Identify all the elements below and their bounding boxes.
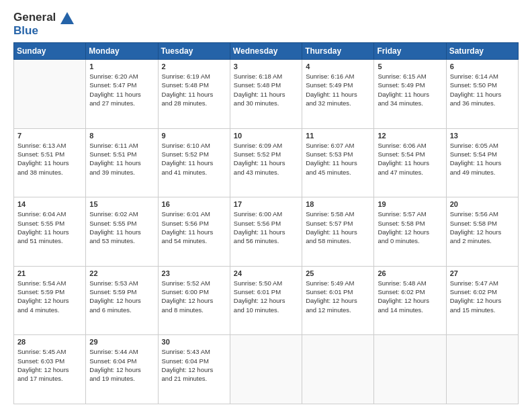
day-number: 7 [17, 132, 82, 140]
day-info: Sunrise: 5:45 AM Sunset: 6:03 PM Dayligh… [17, 347, 82, 383]
day-number: 18 [306, 200, 370, 208]
calendar-cell: 10Sunrise: 6:09 AM Sunset: 5:52 PM Dayli… [230, 128, 302, 197]
svg-marker-0 [60, 12, 74, 24]
calendar-cell: 26Sunrise: 5:48 AM Sunset: 6:02 PM Dayli… [374, 266, 446, 335]
day-number: 29 [89, 338, 154, 346]
calendar-cell: 27Sunrise: 5:47 AM Sunset: 6:02 PM Dayli… [446, 266, 518, 335]
day-number: 16 [162, 200, 226, 208]
day-number: 20 [450, 200, 515, 208]
day-number: 28 [17, 338, 82, 346]
calendar-cell: 9Sunrise: 6:10 AM Sunset: 5:52 PM Daylig… [158, 128, 230, 197]
day-info: Sunrise: 5:52 AM Sunset: 6:00 PM Dayligh… [162, 279, 226, 314]
logo-text: General [13, 11, 74, 24]
day-info: Sunrise: 6:04 AM Sunset: 5:55 PM Dayligh… [17, 210, 82, 245]
calendar-cell: 11Sunrise: 6:07 AM Sunset: 5:53 PM Dayli… [302, 128, 374, 197]
day-info: Sunrise: 6:09 AM Sunset: 5:52 PM Dayligh… [234, 141, 298, 177]
day-header-monday: Monday [86, 43, 158, 60]
day-info: Sunrise: 5:54 AM Sunset: 5:59 PM Dayligh… [17, 279, 82, 314]
day-info: Sunrise: 6:15 AM Sunset: 5:49 PM Dayligh… [378, 72, 442, 107]
calendar-cell: 24Sunrise: 5:50 AM Sunset: 6:01 PM Dayli… [230, 266, 302, 335]
day-number: 5 [378, 62, 442, 71]
calendar-cell: 7Sunrise: 6:13 AM Sunset: 5:51 PM Daylig… [14, 128, 86, 197]
day-number: 22 [89, 269, 154, 277]
calendar-cell [446, 335, 518, 404]
logo: General Blue [13, 11, 74, 37]
page: General Blue SundayMondayTuesdayWednesda… [0, 0, 532, 411]
day-header-saturday: Saturday [446, 43, 518, 60]
day-info: Sunrise: 6:18 AM Sunset: 5:48 PM Dayligh… [234, 72, 298, 107]
day-number: 12 [378, 132, 442, 140]
calendar-cell: 29Sunrise: 5:44 AM Sunset: 6:04 PM Dayli… [86, 335, 158, 404]
calendar-cell: 20Sunrise: 5:56 AM Sunset: 5:58 PM Dayli… [446, 197, 518, 267]
day-info: Sunrise: 5:49 AM Sunset: 6:01 PM Dayligh… [306, 279, 370, 314]
calendar-cell: 16Sunrise: 6:01 AM Sunset: 5:56 PM Dayli… [158, 197, 230, 267]
day-info: Sunrise: 5:57 AM Sunset: 5:58 PM Dayligh… [378, 210, 442, 245]
week-row-2: 7Sunrise: 6:13 AM Sunset: 5:51 PM Daylig… [14, 128, 519, 197]
day-info: Sunrise: 5:53 AM Sunset: 5:59 PM Dayligh… [89, 279, 154, 314]
day-number: 25 [306, 269, 370, 277]
day-info: Sunrise: 6:16 AM Sunset: 5:49 PM Dayligh… [306, 72, 370, 107]
calendar-cell: 3Sunrise: 6:18 AM Sunset: 5:48 PM Daylig… [230, 60, 302, 129]
day-number: 3 [234, 62, 298, 71]
day-header-friday: Friday [374, 43, 446, 60]
day-info: Sunrise: 6:02 AM Sunset: 5:55 PM Dayligh… [89, 210, 154, 245]
day-number: 21 [17, 269, 82, 277]
day-info: Sunrise: 5:56 AM Sunset: 5:58 PM Dayligh… [450, 210, 515, 245]
calendar-cell: 15Sunrise: 6:02 AM Sunset: 5:55 PM Dayli… [86, 197, 158, 267]
day-header-thursday: Thursday [302, 43, 374, 60]
day-header-tuesday: Tuesday [158, 43, 230, 60]
logo-blue: Blue [13, 24, 74, 38]
day-number: 26 [378, 269, 442, 277]
day-number: 17 [234, 200, 298, 208]
calendar-cell: 8Sunrise: 6:11 AM Sunset: 5:51 PM Daylig… [86, 128, 158, 197]
day-info: Sunrise: 6:14 AM Sunset: 5:50 PM Dayligh… [450, 72, 515, 107]
day-info: Sunrise: 6:07 AM Sunset: 5:53 PM Dayligh… [306, 141, 370, 177]
day-info: Sunrise: 5:48 AM Sunset: 6:02 PM Dayligh… [378, 279, 442, 314]
day-info: Sunrise: 6:01 AM Sunset: 5:56 PM Dayligh… [162, 210, 226, 245]
header: General Blue [13, 11, 519, 37]
day-number: 27 [450, 269, 515, 277]
week-row-1: 1Sunrise: 6:20 AM Sunset: 5:47 PM Daylig… [14, 60, 519, 129]
day-number: 13 [450, 132, 515, 140]
day-info: Sunrise: 6:10 AM Sunset: 5:52 PM Dayligh… [162, 141, 226, 177]
calendar-cell: 14Sunrise: 6:04 AM Sunset: 5:55 PM Dayli… [14, 197, 86, 267]
calendar-cell: 30Sunrise: 5:43 AM Sunset: 6:04 PM Dayli… [158, 335, 230, 404]
day-number: 19 [378, 200, 442, 208]
day-info: Sunrise: 6:11 AM Sunset: 5:51 PM Dayligh… [89, 141, 154, 177]
day-number: 30 [162, 338, 226, 346]
calendar-cell: 21Sunrise: 5:54 AM Sunset: 5:59 PM Dayli… [14, 266, 86, 335]
calendar-cell: 28Sunrise: 5:45 AM Sunset: 6:03 PM Dayli… [14, 335, 86, 404]
week-row-5: 28Sunrise: 5:45 AM Sunset: 6:03 PM Dayli… [14, 335, 519, 404]
day-number: 1 [89, 62, 154, 71]
calendar-cell: 1Sunrise: 6:20 AM Sunset: 5:47 PM Daylig… [86, 60, 158, 129]
day-info: Sunrise: 5:47 AM Sunset: 6:02 PM Dayligh… [450, 279, 515, 314]
day-number: 15 [89, 200, 154, 208]
day-info: Sunrise: 6:19 AM Sunset: 5:48 PM Dayligh… [162, 72, 226, 107]
calendar-cell: 19Sunrise: 5:57 AM Sunset: 5:58 PM Dayli… [374, 197, 446, 267]
calendar-cell: 25Sunrise: 5:49 AM Sunset: 6:01 PM Dayli… [302, 266, 374, 335]
week-row-3: 14Sunrise: 6:04 AM Sunset: 5:55 PM Dayli… [14, 197, 519, 267]
calendar-cell: 13Sunrise: 6:05 AM Sunset: 5:54 PM Dayli… [446, 128, 518, 197]
day-header-wednesday: Wednesday [230, 43, 302, 60]
day-number: 2 [162, 62, 226, 71]
calendar-cell: 18Sunrise: 5:58 AM Sunset: 5:57 PM Dayli… [302, 197, 374, 267]
week-row-4: 21Sunrise: 5:54 AM Sunset: 5:59 PM Dayli… [14, 266, 519, 335]
day-header-sunday: Sunday [14, 43, 86, 60]
calendar-cell: 23Sunrise: 5:52 AM Sunset: 6:00 PM Dayli… [158, 266, 230, 335]
calendar-cell: 12Sunrise: 6:06 AM Sunset: 5:54 PM Dayli… [374, 128, 446, 197]
day-number: 11 [306, 132, 370, 140]
calendar-cell: 2Sunrise: 6:19 AM Sunset: 5:48 PM Daylig… [158, 60, 230, 129]
day-info: Sunrise: 5:50 AM Sunset: 6:01 PM Dayligh… [234, 279, 298, 314]
day-info: Sunrise: 6:20 AM Sunset: 5:47 PM Dayligh… [89, 72, 154, 107]
logo-general: General [13, 11, 56, 24]
calendar-cell [230, 335, 302, 404]
day-info: Sunrise: 5:44 AM Sunset: 6:04 PM Dayligh… [89, 347, 154, 383]
day-number: 4 [306, 62, 370, 71]
calendar-cell [14, 60, 86, 129]
day-info: Sunrise: 6:00 AM Sunset: 5:56 PM Dayligh… [234, 210, 298, 245]
day-info: Sunrise: 5:43 AM Sunset: 6:04 PM Dayligh… [162, 347, 226, 383]
logo-block: General Blue [13, 11, 74, 37]
day-info: Sunrise: 5:58 AM Sunset: 5:57 PM Dayligh… [306, 210, 370, 245]
day-number: 23 [162, 269, 226, 277]
calendar-cell: 4Sunrise: 6:16 AM Sunset: 5:49 PM Daylig… [302, 60, 374, 129]
